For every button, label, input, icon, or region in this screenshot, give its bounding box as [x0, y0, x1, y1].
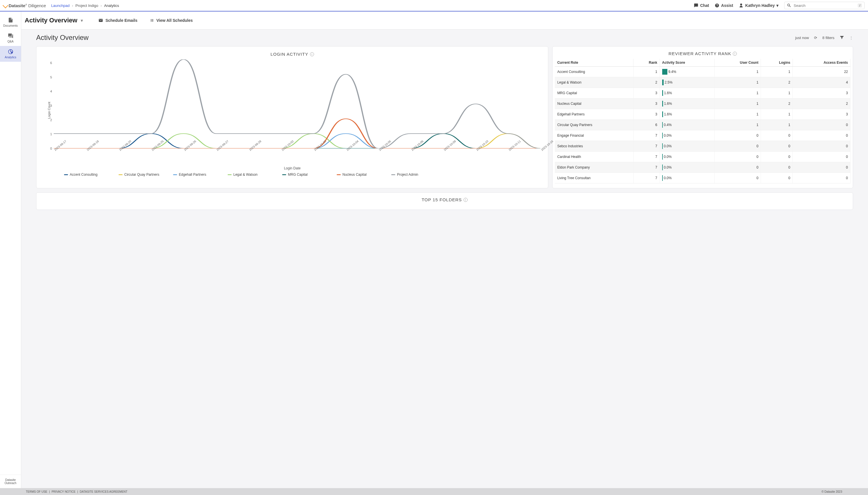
- filters-button[interactable]: 8 filters: [822, 36, 834, 40]
- brand-text: Datasite® Diligence: [8, 3, 46, 8]
- breadcrumb-current: Analytics: [104, 3, 119, 8]
- info-icon[interactable]: i: [733, 52, 737, 56]
- refresh-time: just now: [795, 36, 809, 40]
- folders-title: TOP 15 FOLDERS: [422, 197, 462, 202]
- login-activity-card: LOGIN ACTIVITY i Login Count 6543210 202…: [36, 46, 548, 188]
- legend-swatch: [282, 174, 286, 175]
- breadcrumb: Launchpad › Project Indigo › Analytics: [51, 3, 119, 8]
- document-icon: [8, 17, 14, 23]
- search-shortcut: /: [858, 3, 862, 7]
- table-row[interactable]: Edgehall Partners 3 1.6% 1 1 3: [555, 109, 850, 120]
- mail-icon: [99, 18, 103, 23]
- refresh-button[interactable]: ⟳: [814, 36, 817, 40]
- table-row[interactable]: Eldon Park Company 7 0.0% 0 0 0: [555, 162, 850, 173]
- legend-swatch: [337, 174, 341, 175]
- user-icon: [739, 3, 743, 8]
- page-title: Activity Overview: [25, 17, 77, 24]
- legend-swatch: [173, 174, 177, 175]
- table-row[interactable]: Cardinal Health 7 0.0% 0 0 0: [555, 152, 850, 162]
- logo-icon: [3, 3, 8, 8]
- section-title: Activity Overview: [36, 34, 89, 41]
- analytics-icon: [8, 49, 14, 54]
- top-folders-card: TOP 15 FOLDERS i: [36, 192, 853, 210]
- login-chart-title: LOGIN ACTIVITY: [271, 52, 308, 56]
- table-header[interactable]: Logins: [761, 59, 793, 67]
- topbar: Datasite® Diligence Launchpad › Project …: [0, 0, 868, 12]
- search-input-wrap[interactable]: /: [784, 2, 865, 9]
- view-schedules-button[interactable]: View All Schedules: [150, 18, 193, 23]
- assist-button[interactable]: Assist: [715, 3, 733, 8]
- info-icon[interactable]: i: [310, 52, 314, 56]
- sidebar-item-analytics[interactable]: Analytics: [0, 46, 21, 62]
- search-icon: [787, 3, 791, 8]
- sidebar-outreach[interactable]: Datasite Outreach: [0, 475, 21, 488]
- table-header[interactable]: User Count: [715, 59, 761, 67]
- legend-item[interactable]: MRG Capital: [282, 173, 328, 176]
- reviewer-rank-card: REVIEWER ACTIVITY RANK i Current RoleRan…: [552, 46, 853, 188]
- sidebar-label: Documents: [3, 24, 18, 27]
- rank-table: Current RoleRankActivity ScoreUser Count…: [555, 59, 850, 184]
- title-dropdown[interactable]: ▾: [81, 18, 83, 23]
- table-header[interactable]: Access Events: [793, 59, 850, 67]
- table-header[interactable]: Current Role: [555, 59, 633, 67]
- chart-legend: Accent ConsultingCircular Quay PartnersE…: [41, 170, 543, 176]
- legend-item[interactable]: Edgehall Partners: [173, 173, 219, 176]
- filter-icon[interactable]: [839, 35, 844, 40]
- more-menu[interactable]: ⋮: [849, 36, 853, 40]
- sidebar-item-documents[interactable]: Documents: [0, 14, 21, 30]
- table-row[interactable]: Nucleus Capital 3 1.6% 1 2 2: [555, 99, 850, 109]
- table-header[interactable]: Activity Score: [660, 59, 714, 67]
- chat-icon: [694, 3, 698, 8]
- table-row[interactable]: Circular Quay Partners 6 0.4% 1 1 0: [555, 120, 850, 130]
- legend-swatch: [391, 174, 395, 175]
- table-header[interactable]: Rank: [633, 59, 660, 67]
- info-icon[interactable]: i: [464, 198, 468, 202]
- sidebar-item-qa[interactable]: Q&A: [0, 30, 21, 46]
- breadcrumb-launchpad[interactable]: Launchpad: [51, 3, 69, 8]
- legend-item[interactable]: Project Admin: [391, 173, 437, 176]
- search-input[interactable]: [794, 3, 858, 8]
- sidebar-label: Analytics: [5, 56, 16, 59]
- legend-item[interactable]: Legal & Watson: [228, 173, 274, 176]
- brand-logo[interactable]: Datasite® Diligence: [3, 3, 46, 8]
- table-row[interactable]: Living Tree Consultan 7 0.0% 0 0 0: [555, 173, 850, 184]
- chevron-right-icon: ›: [101, 3, 102, 8]
- legend-item[interactable]: Circular Quay Partners: [119, 173, 164, 176]
- chart-series: [54, 59, 540, 149]
- table-row[interactable]: Engage Financial 7 0.0% 0 0 0: [555, 130, 850, 141]
- sidebar-label: Q&A: [7, 40, 14, 43]
- help-icon: [715, 3, 719, 8]
- login-chart: Login Count 6543210 2023-09-172023-09-18…: [41, 59, 543, 169]
- qa-icon: [8, 33, 14, 39]
- legend-swatch: [228, 174, 232, 175]
- legend-item[interactable]: Nucleus Capital: [337, 173, 383, 176]
- table-row[interactable]: MRG Capital 3 1.6% 1 1 3: [555, 88, 850, 99]
- legend-swatch: [64, 174, 68, 175]
- chevron-down-icon: ▾: [777, 3, 778, 8]
- table-row[interactable]: Accent Consulting 1 9.4% 1 1 22: [555, 67, 850, 77]
- breadcrumb-project[interactable]: Project Indigo: [75, 3, 99, 8]
- table-row[interactable]: Legal & Watson 2 2.5% 1 2 4: [555, 77, 850, 88]
- sidebar: Documents Q&A Analytics Datasite Outreac…: [0, 12, 21, 488]
- x-tick: 2023-10-16: [540, 139, 554, 151]
- chat-button[interactable]: Chat: [694, 3, 709, 8]
- schedule-emails-button[interactable]: Schedule Emails: [99, 18, 137, 23]
- sub-header: Activity Overview just now ⟳ 8 filters ⋮: [26, 34, 863, 46]
- chevron-right-icon: ›: [72, 3, 73, 8]
- table-row[interactable]: Sebco Industries 7 0.0% 0 0 0: [555, 141, 850, 152]
- list-icon: [150, 18, 154, 23]
- legend-swatch: [119, 174, 123, 175]
- user-menu[interactable]: Kathryn Hadley ▾: [739, 3, 778, 8]
- rank-table-title: REVIEWER ACTIVITY RANK: [669, 51, 731, 56]
- legend-item[interactable]: Accent Consulting: [64, 173, 110, 176]
- page-header: Activity Overview ▾ Schedule Emails View…: [21, 12, 868, 30]
